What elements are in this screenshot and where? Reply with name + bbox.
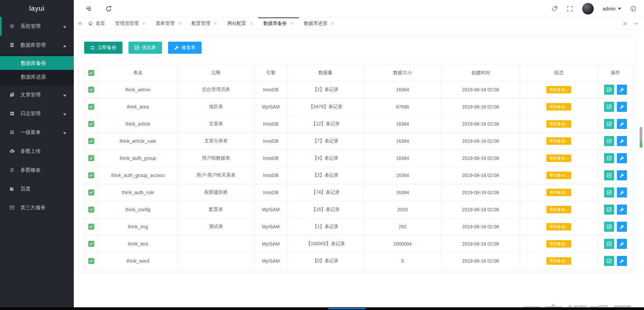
- sidebar-subitem-db-restore[interactable]: 数据库还原: [0, 70, 74, 84]
- optimize-row-button[interactable]: [604, 256, 614, 266]
- tabs-scroll-right-icon[interactable]: [622, 21, 628, 27]
- row-checkbox[interactable]: [88, 155, 94, 161]
- cell-status: 等待备份...: [520, 167, 598, 184]
- select-all-checkbox[interactable]: [88, 70, 94, 76]
- tabs-scroll-left-icon[interactable]: [77, 20, 83, 26]
- row-checkbox[interactable]: [88, 241, 94, 247]
- app-logo: layui: [0, 0, 74, 17]
- optimize-row-button[interactable]: [604, 222, 614, 232]
- repair-row-button[interactable]: [617, 170, 627, 180]
- cell-engine: MyISAM: [254, 98, 287, 116]
- repair-row-button[interactable]: [617, 153, 627, 163]
- theme-palette-icon[interactable]: [630, 5, 637, 12]
- optimize-row-button[interactable]: [604, 205, 614, 215]
- row-checkbox[interactable]: [88, 258, 94, 264]
- repair-row-button[interactable]: [617, 119, 627, 129]
- cell-status: 等待备份...: [520, 201, 598, 218]
- table-row: think_article文章表InnoDB【12】条记录163842019-0…: [85, 116, 633, 133]
- tab-db-restore[interactable]: 数据库还原: [299, 17, 339, 30]
- row-checkbox[interactable]: [88, 104, 94, 110]
- column-header: 引擎: [254, 64, 287, 81]
- tab-admin-manage[interactable]: 管理员管理: [110, 17, 151, 30]
- sidebar-item-label: 多图上传: [20, 148, 74, 154]
- collapse-sidebar-icon[interactable]: [85, 5, 92, 12]
- sidebar-item-level1-menu[interactable]: 一级菜单: [0, 123, 74, 142]
- tag-icon[interactable]: [551, 5, 558, 12]
- sidebar-item-third-party[interactable]: 第三方服务: [0, 198, 74, 217]
- optimize-row-button[interactable]: [604, 170, 614, 180]
- tab-menu-manage[interactable]: 菜单管理: [151, 17, 186, 30]
- status-badge: 等待备份...: [546, 172, 571, 179]
- row-checkbox[interactable]: [88, 207, 94, 213]
- tab-home[interactable]: 首页: [83, 17, 110, 30]
- optimize-row-button[interactable]: [604, 85, 614, 95]
- tab-config-manage[interactable]: 配置管理: [186, 17, 222, 30]
- user-menu[interactable]: admin: [603, 6, 621, 11]
- user-avatar[interactable]: [582, 3, 594, 15]
- sidebar-subitem-db-backup[interactable]: 数据库备份: [0, 56, 74, 70]
- repair-row-button[interactable]: [617, 85, 627, 95]
- tab-site-config[interactable]: 网站配置: [222, 17, 258, 30]
- repair-row-button[interactable]: [617, 205, 627, 215]
- cell-status: 等待备份...: [520, 184, 598, 201]
- row-checkbox[interactable]: [88, 224, 94, 230]
- backup-now-button[interactable]: 立即备份: [84, 42, 122, 54]
- row-checkbox[interactable]: [88, 121, 94, 127]
- repair-row-button[interactable]: [617, 187, 627, 197]
- column-header-label: 操作: [611, 70, 620, 75]
- tab-close-icon[interactable]: [250, 21, 253, 25]
- sidebar-item-database[interactable]: 数据库管理: [0, 36, 74, 54]
- tab-close-icon[interactable]: [178, 21, 181, 25]
- sidebar-item-log[interactable]: 日志管理: [0, 104, 74, 123]
- cell-records: 【7】条记录: [287, 133, 364, 150]
- sidebar-item-article[interactable]: 文章管理: [0, 85, 74, 104]
- sidebar-item-multi-upload[interactable]: 多图上传: [0, 142, 74, 161]
- cell-operations: [598, 167, 633, 184]
- row-checkbox[interactable]: [88, 87, 94, 93]
- table-row: think_area地区表MyISAM【3479】条记录876962019-08…: [85, 98, 633, 116]
- cell-records: 【4】条记录: [287, 150, 364, 167]
- tab-db-backup[interactable]: 数据库备份: [258, 17, 299, 30]
- sidebar-item-multi-edit[interactable]: 多图修改: [0, 161, 74, 179]
- caret-down-icon: [63, 92, 66, 98]
- tab-close-icon[interactable]: [290, 21, 294, 25]
- chart-icon: [607, 259, 611, 263]
- row-checkbox[interactable]: [88, 189, 94, 195]
- row-checkbox[interactable]: [88, 138, 94, 144]
- tab-bar: 首页管理员管理菜单管理配置管理网站配置数据库备份数据库还原: [74, 17, 644, 30]
- tab-close-icon[interactable]: [142, 21, 146, 25]
- repair-table-button[interactable]: 修复表: [168, 42, 202, 54]
- cell-size: 16384: [364, 184, 441, 201]
- sidebar-item-system[interactable]: 系统管理: [0, 17, 74, 36]
- optimize-row-button[interactable]: [604, 136, 614, 146]
- cell-comment: 文章表: [178, 116, 254, 133]
- optimize-table-button[interactable]: 优化表: [128, 42, 162, 54]
- tab-close-icon[interactable]: [331, 21, 334, 25]
- row-checkbox-cell: [85, 81, 98, 98]
- column-header-label: 数据量: [318, 70, 332, 75]
- optimize-row-button[interactable]: [604, 153, 614, 163]
- refresh-icon[interactable]: [105, 5, 112, 12]
- row-checkbox[interactable]: [88, 172, 94, 178]
- optimize-row-button[interactable]: [604, 102, 614, 112]
- optimize-row-button[interactable]: [604, 187, 614, 197]
- chevron-down-icon: [618, 8, 621, 10]
- repair-row-button[interactable]: [617, 239, 627, 249]
- table-header-row: 表名注释引擎数据量数据大小创建时间状态操作: [85, 64, 633, 81]
- repair-row-button[interactable]: [617, 222, 627, 232]
- tab-close-icon[interactable]: [214, 21, 217, 25]
- repair-row-button[interactable]: [617, 102, 627, 112]
- optimize-row-button[interactable]: [604, 119, 614, 129]
- sidebar-item-baidu[interactable]: 百度: [0, 179, 74, 198]
- sidebar-submenu: 数据库备份数据库还原: [0, 54, 74, 85]
- fullscreen-icon[interactable]: [567, 5, 573, 12]
- repair-row-button[interactable]: [617, 136, 627, 146]
- repair-row-button[interactable]: [617, 256, 627, 266]
- tabs-more-icon[interactable]: [634, 21, 639, 27]
- optimize-row-button[interactable]: [604, 239, 614, 249]
- vertical-scrollbar-thumb[interactable]: [640, 127, 642, 142]
- row-checkbox-cell: [85, 116, 98, 133]
- chart-icon: [607, 224, 611, 229]
- backup-card: 立即备份优化表修复表 表名注释引擎数据量数据大小创建时间状态操作 think_a…: [78, 36, 636, 272]
- tab-label: 数据库还原: [304, 20, 327, 27]
